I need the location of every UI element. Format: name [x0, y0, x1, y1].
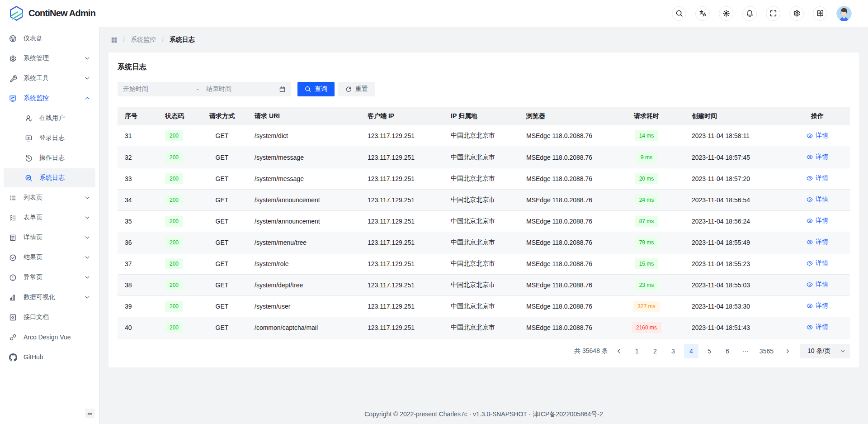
table-cell: 2160 ms — [609, 317, 684, 338]
detail-link[interactable]: 详情 — [807, 195, 828, 204]
detail-link[interactable]: 详情 — [807, 238, 828, 246]
table-cell: 详情 — [785, 147, 850, 168]
detail-link[interactable]: 详情 — [807, 153, 828, 161]
table-cell: 200 — [158, 168, 197, 189]
range-separator: - — [193, 86, 202, 93]
table-cell: 2023-11-04 18:56:54 — [684, 189, 785, 210]
sidebar-item-4[interactable]: 系统监控 — [4, 89, 95, 108]
sidebar-item-2[interactable]: 系统管理 — [4, 49, 95, 68]
sidebar-item-10[interactable]: 表单页 — [4, 208, 95, 227]
table-cell: GET — [197, 253, 247, 274]
sidebar-item-3[interactable]: 系统工具 — [4, 69, 95, 88]
table-cell: 123.117.129.251 — [360, 125, 443, 147]
sidebar-item-6[interactable]: 登录日志 — [4, 129, 95, 148]
breadcrumb-item-parent[interactable]: 系统监控 — [131, 36, 156, 44]
end-date-placeholder: 结束时间 — [206, 85, 279, 93]
search-button[interactable]: 查询 — [297, 82, 335, 96]
docs-book-button[interactable] — [813, 6, 827, 21]
sidebar-item-8[interactable]: 系统日志 — [4, 168, 95, 187]
table-cell: 中国北京北京市 — [443, 210, 519, 232]
refresh-icon — [345, 86, 352, 92]
pagination-page-3565[interactable]: 3565 — [756, 344, 777, 358]
pagination-page-4[interactable]: 4 — [684, 344, 698, 358]
table-cell: 14 ms — [609, 125, 684, 147]
elapsed-badge: 87 ms — [635, 216, 659, 227]
table-cell: /system/message — [247, 168, 360, 189]
table-cell: 中国北京北京市 — [443, 125, 519, 147]
exception-icon — [9, 274, 16, 281]
pagination-page-6[interactable]: 6 — [720, 344, 735, 358]
sidebar-item-14[interactable]: 数据可视化 — [4, 288, 95, 307]
sidebar-item-15[interactable]: 接口文档 — [4, 308, 95, 327]
system-log-card: 系统日志 开始时间 - 结束时间 查询 重置 — [108, 52, 859, 367]
detail-file-icon — [9, 234, 16, 241]
eye-icon — [807, 239, 813, 245]
sidebar-item-label: 详情页 — [24, 233, 85, 242]
search-button[interactable] — [672, 6, 686, 21]
sidebar-item-12[interactable]: 结果页 — [4, 248, 95, 267]
table-cell: 详情 — [785, 125, 850, 147]
theme-light-button[interactable] — [719, 6, 733, 21]
notification-bell-button[interactable] — [742, 6, 757, 21]
status-badge: 200 — [165, 195, 183, 205]
apps-grid-icon[interactable] — [111, 37, 117, 43]
sidebar-item-11[interactable]: 详情页 — [4, 228, 95, 247]
table-cell: 200 — [158, 274, 197, 295]
sidebar-item-1[interactable]: 仪表盘 — [4, 29, 95, 48]
detail-link[interactable]: 详情 — [807, 323, 828, 331]
logo-area[interactable]: ContiNew Admin — [9, 6, 95, 21]
detail-link[interactable]: 详情 — [807, 132, 828, 140]
table-cell: 24 ms — [609, 189, 684, 210]
pagination-next-button[interactable] — [780, 344, 795, 358]
pagination-prev-button[interactable] — [612, 344, 626, 358]
translate-button[interactable] — [695, 6, 710, 21]
table-cell: 2023-11-04 18:57:45 — [684, 147, 785, 168]
column-header: 序号 — [118, 107, 158, 125]
pagination-page-1[interactable]: 1 — [630, 344, 644, 358]
status-badge: 200 — [165, 130, 183, 141]
sidebar-item-17[interactable]: GitHub — [4, 348, 95, 367]
filter-row: 开始时间 - 结束时间 查询 重置 — [118, 82, 850, 96]
date-range-picker[interactable]: 开始时间 - 结束时间 — [118, 82, 291, 96]
eye-icon — [807, 133, 813, 139]
table-row: 37200GET/system/role123.117.129.251中国北京北… — [118, 253, 850, 274]
detail-link[interactable]: 详情 — [807, 217, 828, 225]
sidebar-item-7[interactable]: 操作日志 — [4, 148, 95, 167]
user-avatar[interactable] — [836, 6, 852, 21]
docs-book-icon — [816, 10, 824, 17]
breadcrumb-separator: / — [123, 36, 125, 43]
sidebar-item-13[interactable]: 异常页 — [4, 268, 95, 287]
detail-link[interactable]: 详情 — [807, 281, 828, 289]
sidebar-item-label: 系统工具 — [24, 74, 85, 82]
detail-link[interactable]: 详情 — [807, 259, 828, 267]
pagination-page-3[interactable]: 3 — [666, 344, 680, 358]
detail-link-label: 详情 — [816, 174, 828, 182]
sidebar-collapse-button[interactable] — [85, 409, 94, 418]
chevron-down-icon — [85, 255, 90, 260]
fullscreen-button[interactable] — [766, 6, 780, 21]
column-header: 状态码 — [158, 107, 197, 125]
detail-link-label: 详情 — [816, 195, 828, 204]
eye-icon — [807, 218, 813, 224]
settings-gear-button[interactable] — [789, 6, 804, 21]
table-row: 38200GET/system/dept/tree123.117.129.251… — [118, 274, 850, 295]
table-cell: 中国北京北京市 — [443, 317, 519, 338]
sidebar-item-16[interactable]: Arco Design Vue — [4, 328, 95, 347]
eye-icon — [807, 281, 813, 288]
detail-link[interactable]: 详情 — [807, 302, 828, 310]
pagination-page-5[interactable]: 5 — [702, 344, 717, 358]
api-doc-icon — [9, 314, 16, 321]
elapsed-badge: 20 ms — [635, 173, 659, 184]
sidebar: 仪表盘系统管理系统工具系统监控在线用户登录日志操作日志系统日志列表页表单页详情页… — [0, 27, 99, 424]
pagination-page-2[interactable]: 2 — [648, 344, 662, 358]
table-cell: MSEdge 118.0.2088.76 — [519, 253, 609, 274]
table-row: 35200GET/system/announcement123.117.129.… — [118, 210, 850, 232]
table-cell: 200 — [158, 232, 197, 253]
page-size-select[interactable]: 10 条/页 — [800, 344, 850, 358]
sidebar-item-9[interactable]: 列表页 — [4, 188, 95, 207]
elapsed-badge: 79 ms — [635, 237, 659, 248]
table-cell: 2023-11-04 18:58:11 — [684, 125, 785, 147]
detail-link[interactable]: 详情 — [807, 174, 828, 182]
sidebar-item-5[interactable]: 在线用户 — [4, 109, 95, 128]
reset-button[interactable]: 重置 — [338, 82, 375, 96]
